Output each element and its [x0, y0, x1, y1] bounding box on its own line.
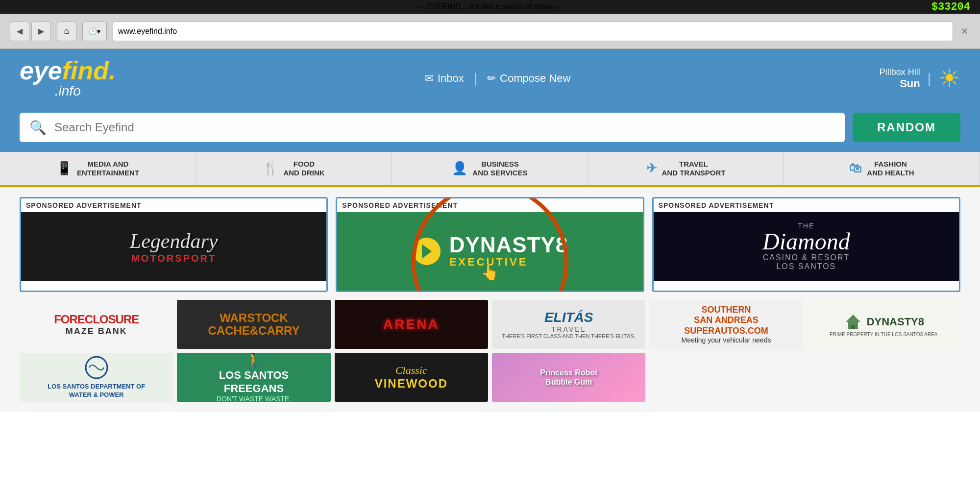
sponsored-row: SPONSORED ADVERTISEMENT Legendary MOTORS… [20, 197, 960, 292]
thumb-princess[interactable]: Princess RobotBubble Gum [492, 353, 645, 402]
media-icon: 📱 [56, 161, 72, 176]
thumbnail-grid: FORECLOSURE MAZE BANK WARSTOCKCACHE&CARR… [20, 300, 960, 402]
category-media[interactable]: 📱 MEDIA ANDENTERTAINMENT [0, 152, 196, 185]
search-bar: 🔍 [20, 113, 845, 142]
search-input[interactable] [54, 121, 835, 134]
dynasty8-logo-icon [412, 237, 441, 266]
category-food[interactable]: 🍴 FOODAND DRINK [196, 152, 392, 185]
ad-diamond-label: SPONSORED ADVERTISEMENT [654, 198, 959, 212]
dynasty-small-sub: PRIME PROPERTY IN THE LOS SANTOS AREA [830, 332, 937, 337]
ad-dynasty8[interactable]: SPONSORED ADVERTISEMENT DYNASTY8 EXECUTI… [336, 197, 644, 292]
thumb-southern[interactable]: SOUTHERNSAN ANDREASSUPERAUTOS.COM Meetin… [649, 300, 803, 349]
address-bar-container [113, 22, 953, 41]
ad-dynasty8-label: SPONSORED ADVERTISEMENT [337, 198, 642, 212]
category-travel[interactable]: ✈ TRAVELAND TRANSPORT [588, 152, 784, 185]
southern-text: SOUTHERNSAN ANDREASSUPERAUTOS.COM [682, 305, 771, 337]
dynasty8-name: DYNASTY8 [449, 234, 568, 256]
inbox-icon: ✉ [425, 72, 434, 85]
header: eyefind. .info ✉ Inbox | ✏ Compose New P… [0, 49, 980, 108]
category-business[interactable]: 👤 BUSINESSAND SERVICES [392, 152, 588, 185]
weather-separator: | [928, 71, 931, 86]
category-travel-label: TRAVELAND TRANSPORT [662, 160, 726, 177]
category-food-label: FOODAND DRINK [283, 160, 324, 177]
compose-icon: ✏ [487, 72, 496, 85]
legendary-title: Legendary [130, 229, 218, 253]
princess-text: Princess RobotBubble Gum [540, 368, 597, 387]
compose-link[interactable]: ✏ Compose New [477, 72, 580, 85]
random-button[interactable]: RANDOM [853, 113, 960, 142]
inbox-link[interactable]: ✉ Inbox [415, 72, 474, 85]
category-media-label: MEDIA ANDENTERTAINMENT [77, 160, 139, 177]
back-button[interactable]: ◀ [10, 22, 29, 41]
nav-buttons: ◀ ▶ [10, 22, 51, 41]
category-fashion-label: FASHIONAND HEALTH [867, 160, 914, 177]
thumb-vinewood[interactable]: Classic VINEWOOD [335, 353, 488, 402]
legendary-sub: MOTORSPORT [130, 253, 218, 264]
thumb-maze-bank[interactable]: FORECLOSURE MAZE BANK [20, 300, 173, 349]
close-button[interactable]: ✕ [959, 24, 970, 39]
address-bar[interactable] [118, 27, 948, 36]
dynasty-small-house-icon [843, 312, 863, 332]
water-icon [84, 355, 109, 380]
thumb-dynasty-small[interactable]: DYNASTY8 PRIME PROPERTY IN THE LOS SANTO… [807, 300, 960, 349]
freegans-icon: 🚶 [217, 353, 291, 369]
compose-label: Compose New [500, 72, 570, 85]
system-bar: --- EYEFIND... It's like a series of tub… [0, 0, 980, 14]
vinewood-sub: VINEWOOD [375, 377, 448, 391]
logo-find: find. [62, 56, 116, 85]
business-icon: 👤 [452, 161, 467, 176]
ad-legendary-label: SPONSORED ADVERTISEMENT [21, 198, 326, 212]
browser-chrome: ◀ ▶ ⌂ 🕐▾ ✕ [0, 14, 980, 49]
food-icon: 🍴 [263, 161, 278, 176]
inbox-label: Inbox [438, 72, 464, 85]
dynasty8-sub: EXECUTIVE [449, 256, 568, 269]
search-section: 🔍 RANDOM [0, 108, 980, 152]
home-button[interactable]: ⌂ [57, 22, 76, 41]
elitas-travel: TRAVEL [502, 325, 636, 333]
thumb-water-power[interactable]: LOS SANTOS DEPARTMENT OFWATER & POWER [20, 353, 173, 402]
weather-location: Pillbox Hill Sun [880, 67, 920, 90]
logo-eye: eye [20, 56, 62, 85]
maze-bank-sub: MAZE BANK [54, 326, 139, 337]
logo-info: .info [55, 83, 81, 99]
nav-separator: | [474, 71, 477, 86]
travel-icon: ✈ [646, 161, 657, 176]
svg-rect-2 [851, 325, 855, 329]
thumb-freegans[interactable]: 🚶 LOS SANTOSFREEGANS DON'T WASTE WASTE. [177, 353, 330, 402]
elitas-sub: THERE'S FIRST CLASS AND THEN THERE'S ELI… [502, 333, 636, 339]
logo[interactable]: eyefind. .info [20, 58, 116, 99]
money-display: $33204 [931, 1, 970, 13]
thumb-elitas[interactable]: ELITÁS TRAVEL THERE'S FIRST CLASS AND TH… [492, 300, 645, 349]
sun-icon: ☀ [938, 64, 960, 93]
arena-text: ARENA [383, 317, 440, 332]
thumb-arena[interactable]: ARENA [335, 300, 488, 349]
vinewood-title: Classic [375, 364, 448, 377]
system-bar-title: --- EYEFIND... It's like a series of tub… [417, 2, 563, 11]
ad-legendary-image: Legendary MOTORSPORT [21, 212, 326, 281]
fashion-icon: 🛍 [849, 161, 862, 176]
diamond-sub: CASINO & RESORTLOS SANTOS [762, 253, 850, 271]
freegans-title: LOS SANTOSFREEGANS [217, 369, 291, 395]
ad-legendary[interactable]: SPONSORED ADVERTISEMENT Legendary MOTORS… [20, 197, 328, 292]
content: SPONSORED ADVERTISEMENT Legendary MOTORS… [0, 187, 980, 412]
diamond-title: Diamond [762, 230, 850, 253]
forward-button[interactable]: ▶ [31, 22, 51, 41]
weather-condition: Sun [880, 77, 920, 90]
dynasty8-content: DYNASTY8 EXECUTIVE [412, 234, 568, 269]
dynasty8-text-block: DYNASTY8 EXECUTIVE [449, 234, 568, 269]
category-fashion[interactable]: 🛍 FASHIONAND HEALTH [784, 152, 980, 185]
logo-text: eyefind. [20, 58, 116, 83]
search-icon: 🔍 [29, 120, 47, 136]
thumb-warstock[interactable]: WARSTOCKCACHE&CARRY [177, 300, 330, 349]
weather-widget: Pillbox Hill Sun | ☀ [880, 64, 960, 93]
page: eyefind. .info ✉ Inbox | ✏ Compose New P… [0, 49, 980, 412]
category-nav: 📱 MEDIA ANDENTERTAINMENT 🍴 FOODAND DRINK… [0, 152, 980, 187]
ad-diamond-image: THE Diamond CASINO & RESORTLOS SANTOS [654, 212, 959, 281]
history-button[interactable]: 🕐▾ [82, 22, 107, 41]
southern-sub: Meeting your vehicular needs [682, 336, 771, 344]
ad-diamond[interactable]: SPONSORED ADVERTISEMENT THE Diamond CASI… [652, 197, 960, 292]
warstock-text: WARSTOCKCACHE&CARRY [208, 312, 299, 338]
category-business-label: BUSINESSAND SERVICES [472, 160, 527, 177]
water-text: LOS SANTOS DEPARTMENT OFWATER & POWER [48, 383, 145, 399]
freegans-sub: DON'T WASTE WASTE. [217, 395, 291, 402]
